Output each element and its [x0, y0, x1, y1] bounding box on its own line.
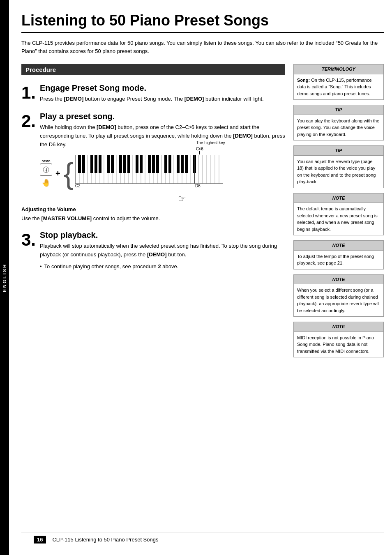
svg-rect-38 [78, 155, 81, 173]
step-3-bullet: • To continue playing other songs, see p… [40, 263, 285, 271]
left-column: Procedure 1. Engage Preset Song mode. Pr… [21, 64, 285, 532]
c-sharp-6-line [199, 151, 200, 154]
step-2-bold-2: [DEMO] [233, 133, 253, 139]
bullet-text: To continue playing other songs, see pro… [44, 263, 179, 271]
svg-rect-55 [177, 155, 180, 173]
svg-rect-57 [185, 155, 188, 173]
svg-rect-54 [168, 155, 171, 173]
svg-rect-50 [148, 155, 151, 173]
step-3-body: Playback will stop automatically when th… [40, 242, 285, 259]
svg-rect-45 [119, 155, 122, 173]
step-3: 3. Stop playback. Playback will stop aut… [21, 230, 285, 271]
demo-button-area: DEMO 𝄞 🤚 [40, 160, 52, 187]
highest-key-label: The highest key [192, 140, 225, 145]
page-number: 16 [34, 536, 46, 543]
tip-1-header: TIP [294, 105, 383, 115]
step-1-bold-2: [DEMO] [184, 96, 204, 102]
step-2-content: Play a preset song. While holding down t… [40, 112, 285, 200]
tip-2-body: You can adjust the Reverb type (page 18)… [294, 156, 383, 188]
note-2-header: NOTE [294, 241, 383, 251]
note-2-body: To adjust the tempo of the preset song p… [294, 251, 383, 269]
step-2-bold-1: [DEMO] [97, 124, 116, 130]
page-footer: 16 CLP-115 Listening to 50 Piano Preset … [21, 532, 384, 547]
sidebar: ENGLISH [0, 0, 9, 555]
adjusting-volume-section: Adjusting the Volume Use the [MASTER VOL… [21, 206, 285, 223]
c2-label: C2 [75, 184, 81, 188]
note-1-body: The default tempo is automatically selec… [294, 203, 383, 235]
step-2-body: While holding down the [DEMO] button, pr… [40, 123, 285, 149]
piano-row: DEMO 𝄞 🤚 [40, 155, 285, 192]
terminology-header: TERMINOLOGY [294, 64, 383, 74]
note-3-body: When you select a different song (or a d… [294, 284, 383, 316]
tip-2-header: TIP [294, 146, 383, 156]
curly-brace: { [64, 159, 74, 188]
demo-button-icon: 𝄞 [42, 166, 50, 173]
step-3-bold-1: [DEMO] [147, 251, 167, 258]
step-2-title: Play a preset song. [40, 112, 285, 121]
adjusting-volume-body: Use the [MASTER VOLUME] control to adjus… [21, 214, 285, 223]
hand-icon: 🤚 [42, 178, 51, 187]
terminology-box: TERMINOLOGY Song: On the CLP-115, perfor… [293, 64, 384, 100]
demo-button: 𝄞 [40, 164, 52, 176]
step-2: 2. Play a preset song. While holding dow… [21, 112, 285, 200]
main-content: Listening to 50 Piano Preset Songs The C… [9, 0, 392, 555]
page-title: Listening to 50 Piano Preset Songs [21, 12, 384, 33]
svg-rect-46 [123, 155, 126, 173]
terminology-body: Song: On the CLP-115, performance data i… [294, 74, 383, 100]
piano-key-labels: C2 D6 [75, 184, 223, 192]
c-sharp-6-label: C♯6 [196, 147, 203, 154]
d6-label: D6 [195, 184, 201, 188]
step-3-number: 3. [21, 230, 36, 271]
step-2-number: 2. [21, 112, 36, 200]
step-1-body: Press the [DEMO] button to engage Preset… [40, 95, 285, 104]
piano-diagram: DEMO 𝄞 🤚 [40, 155, 285, 192]
svg-rect-52 [156, 155, 159, 173]
svg-rect-51 [152, 155, 155, 173]
note-4-header: NOTE [294, 322, 383, 332]
right-column: TERMINOLOGY Song: On the CLP-115, perfor… [293, 64, 384, 532]
tip-box-1: TIP You can play the keyboard along with… [293, 105, 384, 140]
plus-sign: + [55, 169, 60, 178]
note-1-header: NOTE [294, 193, 383, 203]
step-1-number: 1. [21, 83, 36, 104]
note-box-3: NOTE When you select a different song (o… [293, 274, 384, 317]
content-columns: Procedure 1. Engage Preset Song mode. Pr… [21, 64, 384, 532]
svg-rect-48 [136, 155, 138, 173]
piano-keys-area: C♯6 The highest key [75, 155, 223, 192]
adjusting-volume-title: Adjusting the Volume [21, 206, 285, 212]
hand-icon-2: ☞ [178, 193, 186, 204]
svg-rect-53 [164, 155, 167, 173]
procedure-2-bold: 2 [158, 263, 161, 269]
bullet-dot: • [40, 263, 42, 271]
procedure-header: Procedure [21, 64, 285, 75]
note-3-header: NOTE [294, 275, 383, 285]
step-1: 1. Engage Preset Song mode. Press the [D… [21, 83, 285, 104]
master-volume-bold: [MASTER VOLUME] [41, 215, 92, 221]
svg-rect-42 [99, 155, 101, 173]
step-1-content: Engage Preset Song mode. Press the [DEMO… [40, 83, 285, 104]
piano-keys-svg: // This will be rendered via inline SVG … [75, 155, 223, 184]
intro-text: The CLP-115 provides performance data fo… [21, 39, 384, 56]
note-box-1: NOTE The default tempo is automatically … [293, 193, 384, 236]
step-1-bold-1: [DEMO] [64, 96, 84, 102]
svg-rect-40 [90, 155, 93, 173]
footer-text: CLP-115 Listening to 50 Piano Preset Son… [52, 537, 158, 543]
step-1-title: Engage Preset Song mode. [40, 83, 285, 93]
tip-1-body: You can play the keyboard along with the… [294, 115, 383, 140]
svg-rect-56 [181, 155, 184, 173]
black-keys [78, 155, 196, 173]
note-box-2: NOTE To adjust the tempo of the preset s… [293, 240, 384, 269]
note-box-4: NOTE MIDI reception is not possible in P… [293, 322, 384, 357]
demo-label: DEMO [42, 160, 51, 163]
tip-box-2: TIP You can adjust the Reverb type (page… [293, 145, 384, 188]
svg-rect-39 [82, 155, 85, 173]
terminology-title: Song: [297, 78, 310, 83]
svg-rect-41 [95, 155, 97, 173]
step-3-content: Stop playback. Playback will stop automa… [40, 230, 285, 271]
svg-rect-49 [140, 155, 143, 173]
svg-rect-47 [127, 155, 130, 173]
svg-text:𝄞: 𝄞 [45, 168, 47, 173]
svg-rect-43 [107, 155, 110, 173]
step-3-title: Stop playback. [40, 230, 285, 240]
note-4-body: MIDI reception is not possible in Piano … [294, 332, 383, 357]
